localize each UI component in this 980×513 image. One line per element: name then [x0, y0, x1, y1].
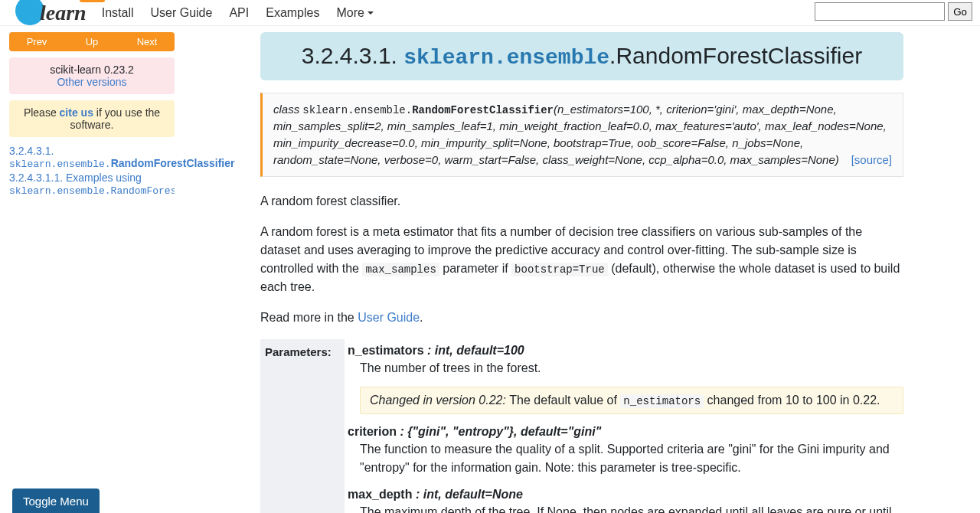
class-signature: class sklearn.ensemble.RandomForestClass…	[260, 93, 903, 177]
parameters-section: Parameters: n_estimators : int, default=…	[260, 339, 903, 513]
logo-text: scikit learn	[40, 1, 87, 25]
source-link[interactable]: [source]	[851, 152, 892, 168]
nav-api[interactable]: API	[229, 6, 249, 20]
param-criterion: criterion : {"gini", "entropy"}, default…	[348, 425, 903, 477]
version-label: scikit-learn 0.23.2	[15, 64, 168, 76]
nav-links: Install User Guide API Examples More	[102, 6, 374, 20]
nav-install[interactable]: Install	[102, 6, 134, 20]
param-max-depth: max_depth : int, default=None The maximu…	[348, 488, 903, 513]
search-box: Go	[815, 2, 972, 21]
cite-us-link[interactable]: cite us	[60, 106, 93, 119]
parameters-label: Parameters:	[260, 339, 345, 513]
sidebar: Prev Up Next scikit-learn 0.23.2 Other v…	[0, 26, 184, 513]
nav-user-guide[interactable]: User Guide	[150, 6, 212, 20]
cite-box: Please cite us if you use the software.	[9, 100, 175, 137]
description: A random forest classifier. A random for…	[260, 192, 903, 327]
read-more: Read more in the User Guide.	[260, 309, 903, 327]
summary-line: A random forest classifier.	[260, 192, 903, 211]
logo[interactable]: scikit learn	[15, 1, 87, 25]
toc-examples-using[interactable]: 3.2.4.3.1.1. Examples using sklearn.ense…	[9, 172, 175, 196]
toc: 3.2.4.3.1. sklearn.ensemble.RandomForest…	[9, 145, 175, 197]
user-guide-link[interactable]: User Guide	[358, 311, 420, 324]
description-paragraph: A random forest is a meta estimator that…	[260, 223, 903, 296]
version-box: scikit-learn 0.23.2 Other versions	[9, 57, 175, 94]
main-content: 3.2.4.3.1. sklearn.ensemble.RandomForest…	[184, 26, 980, 513]
search-input[interactable]	[815, 2, 945, 21]
param-n-estimators: n_estimators : int, default=100 The numb…	[348, 344, 903, 414]
search-go-button[interactable]: Go	[948, 2, 972, 21]
nav-examples[interactable]: Examples	[266, 6, 319, 20]
toggle-menu-button[interactable]: Toggle Menu	[12, 488, 100, 513]
top-navbar: scikit learn Install User Guide API Exam…	[0, 0, 980, 26]
prev-button[interactable]: Prev	[9, 32, 64, 51]
page-title: 3.2.4.3.1. sklearn.ensemble.RandomForest…	[260, 32, 903, 80]
logo-badge: scikit	[80, 0, 105, 2]
other-versions-link[interactable]: Other versions	[57, 76, 126, 88]
version-changed-note: Changed in version 0.22: The default val…	[360, 387, 903, 414]
up-button[interactable]: Up	[64, 32, 119, 51]
side-nav: Prev Up Next	[9, 32, 175, 51]
nav-more-dropdown[interactable]: More	[336, 6, 373, 20]
next-button[interactable]: Next	[119, 32, 175, 51]
